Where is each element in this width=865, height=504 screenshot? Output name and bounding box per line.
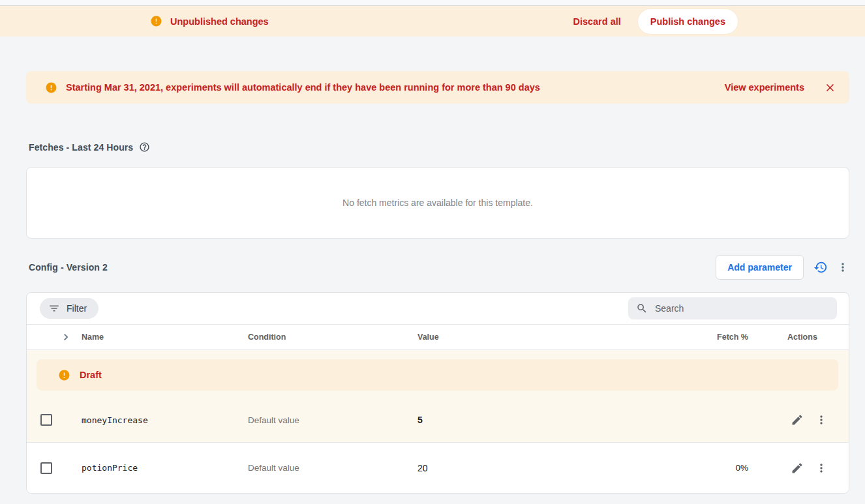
search-input[interactable] bbox=[655, 303, 829, 314]
add-parameter-button[interactable]: Add parameter bbox=[716, 255, 804, 280]
draft-banner: Draft bbox=[37, 359, 838, 391]
table-row[interactable]: potionPrice Default value 20 0% bbox=[27, 442, 849, 493]
fetches-section-title: Fetches - Last 24 Hours bbox=[29, 142, 133, 153]
edit-icon[interactable] bbox=[791, 462, 804, 475]
search-icon bbox=[636, 303, 648, 314]
help-icon[interactable] bbox=[139, 141, 150, 153]
search-box[interactable] bbox=[628, 297, 837, 319]
more-options-icon[interactable] bbox=[836, 261, 849, 274]
experiments-notice-message: Starting Mar 31, 2021, experiments will … bbox=[66, 82, 540, 93]
column-header-name: Name bbox=[82, 333, 248, 342]
view-experiments-link[interactable]: View experiments bbox=[725, 82, 804, 93]
row-checkbox[interactable] bbox=[40, 462, 52, 474]
close-icon[interactable] bbox=[824, 82, 836, 94]
column-header-fetch: Fetch % bbox=[692, 333, 757, 342]
unpublished-changes-bar: Unpublished changes Discard all Publish … bbox=[0, 6, 865, 37]
edit-icon[interactable] bbox=[791, 413, 804, 426]
warning-icon bbox=[150, 15, 162, 27]
config-section-title: Config - Version 2 bbox=[29, 262, 108, 273]
parameters-table-card: Filter Name Condition Value Fetch % Acti… bbox=[26, 292, 849, 494]
parameter-value: 5 bbox=[417, 415, 692, 425]
parameter-name: moneyIncrease bbox=[82, 415, 248, 425]
expand-all-chevron-icon[interactable] bbox=[40, 331, 82, 344]
filter-icon bbox=[48, 303, 60, 314]
parameter-condition: Default value bbox=[248, 415, 417, 425]
column-header-condition: Condition bbox=[248, 333, 417, 342]
warning-icon bbox=[45, 82, 57, 94]
column-header-actions: Actions bbox=[757, 333, 849, 342]
parameter-name: potionPrice bbox=[82, 463, 248, 473]
draft-badge: Draft bbox=[80, 370, 102, 380]
empty-metrics-message: No fetch metrics are available for this … bbox=[342, 198, 533, 208]
row-more-icon[interactable] bbox=[815, 462, 828, 475]
warning-icon bbox=[58, 369, 70, 381]
discard-all-button[interactable]: Discard all bbox=[562, 10, 631, 33]
row-more-icon[interactable] bbox=[815, 413, 828, 426]
draft-section: Draft bbox=[27, 350, 849, 398]
parameter-fetch-pct: 0% bbox=[692, 463, 757, 473]
row-checkbox[interactable] bbox=[40, 414, 52, 426]
filter-label: Filter bbox=[67, 303, 87, 314]
column-header-value: Value bbox=[417, 333, 692, 342]
fetch-metrics-card: No fetch metrics are available for this … bbox=[26, 167, 849, 239]
parameter-value: 20 bbox=[417, 463, 692, 473]
table-toolbar: Filter bbox=[27, 293, 849, 324]
experiments-notice-banner: Starting Mar 31, 2021, experiments will … bbox=[26, 71, 849, 104]
table-header-row: Name Condition Value Fetch % Actions bbox=[27, 324, 849, 350]
publish-changes-button[interactable]: Publish changes bbox=[638, 9, 738, 34]
version-history-icon[interactable] bbox=[813, 260, 828, 274]
table-row[interactable]: moneyIncrease Default value 5 bbox=[27, 398, 849, 442]
filter-button[interactable]: Filter bbox=[40, 298, 99, 319]
top-divider-strip bbox=[0, 0, 865, 6]
parameter-condition: Default value bbox=[248, 463, 417, 473]
unpublished-changes-label: Unpublished changes bbox=[170, 16, 269, 27]
